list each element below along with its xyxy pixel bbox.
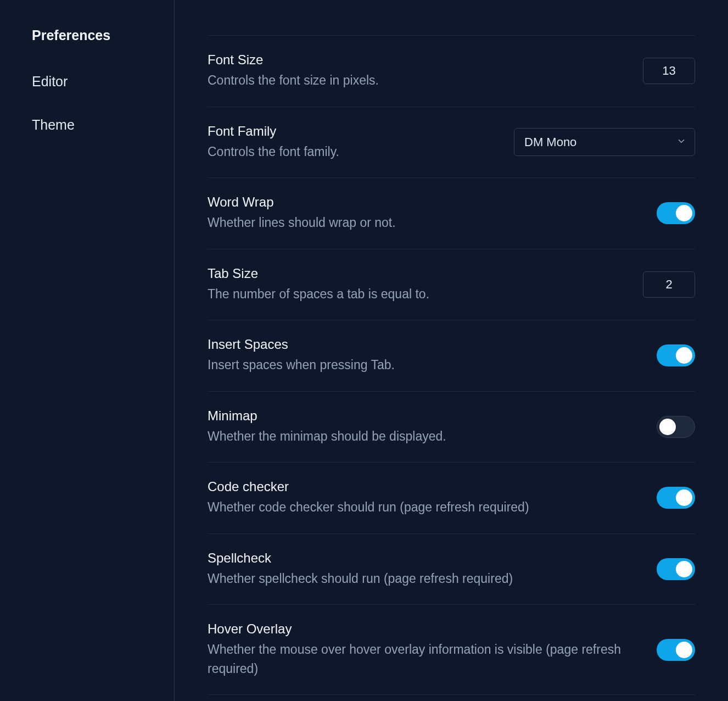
minimap-toggle[interactable]	[657, 416, 695, 438]
setting-label-group: Font Family Controls the font family.	[208, 124, 492, 162]
setting-title: Font Size	[208, 52, 621, 68]
setting-desc: Controls the font family.	[208, 142, 492, 162]
setting-label-group: Hover Overlay Whether the mouse over hov…	[208, 621, 635, 678]
setting-title: Insert Spaces	[208, 337, 635, 352]
toggle-knob	[676, 489, 692, 506]
setting-code-checker: Code checker Whether code checker should…	[208, 463, 695, 534]
setting-desc: Whether lines should wrap or not.	[208, 213, 635, 232]
setting-desc: Controls the font size in pixels.	[208, 71, 621, 90]
word-wrap-toggle[interactable]	[657, 202, 695, 224]
sidebar-heading-preferences: Preferences	[32, 27, 142, 60]
setting-label-group: Insert Spaces Insert spaces when pressin…	[208, 337, 635, 375]
sidebar-item-editor[interactable]: Editor	[32, 60, 142, 103]
setting-hover-overlay: Hover Overlay Whether the mouse over hov…	[208, 605, 695, 695]
setting-desc: Insert spaces when pressing Tab.	[208, 355, 635, 375]
hover-overlay-toggle[interactable]	[657, 639, 695, 661]
setting-label-group: Minimap Whether the minimap should be di…	[208, 408, 635, 446]
setting-title: Minimap	[208, 408, 635, 424]
setting-label-group: Word Wrap Whether lines should wrap or n…	[208, 194, 635, 232]
tab-size-input[interactable]	[643, 271, 695, 298]
setting-label-group: Spellcheck Whether spellcheck should run…	[208, 550, 635, 588]
setting-title: Code checker	[208, 479, 635, 494]
setting-minimap: Minimap Whether the minimap should be di…	[208, 392, 695, 463]
settings-main: Font Size Controls the font size in pixe…	[175, 0, 728, 701]
setting-tab-size: Tab Size The number of spaces a tab is e…	[208, 249, 695, 321]
setting-word-wrap: Word Wrap Whether lines should wrap or n…	[208, 178, 695, 249]
font-size-input[interactable]	[643, 58, 695, 84]
sidebar-item-theme[interactable]: Theme	[32, 103, 142, 147]
insert-spaces-toggle[interactable]	[657, 344, 695, 366]
setting-desc: Whether the minimap should be displayed.	[208, 427, 635, 446]
setting-font-size: Font Size Controls the font size in pixe…	[208, 35, 695, 107]
setting-font-family: Font Family Controls the font family. DM…	[208, 107, 695, 179]
setting-title: Word Wrap	[208, 194, 635, 210]
setting-label-group: Font Size Controls the font size in pixe…	[208, 52, 621, 90]
setting-spellcheck: Spellcheck Whether spellcheck should run…	[208, 534, 695, 605]
setting-label-group: Code checker Whether code checker should…	[208, 479, 635, 517]
setting-label-group: Tab Size The number of spaces a tab is e…	[208, 266, 621, 304]
toggle-knob	[676, 642, 692, 658]
spellcheck-toggle[interactable]	[657, 558, 695, 580]
toggle-knob	[659, 419, 676, 435]
setting-title: Hover Overlay	[208, 621, 635, 637]
preferences-sidebar: Preferences Editor Theme	[0, 0, 175, 701]
toggle-knob	[676, 205, 692, 221]
setting-title: Tab Size	[208, 266, 621, 281]
setting-title: Spellcheck	[208, 550, 635, 566]
toggle-knob	[676, 561, 692, 577]
font-family-select[interactable]: DM Mono	[514, 128, 695, 156]
setting-title: Font Family	[208, 124, 492, 139]
code-checker-toggle[interactable]	[657, 487, 695, 509]
setting-desc: The number of spaces a tab is equal to.	[208, 285, 621, 304]
setting-desc: Whether code checker should run (page re…	[208, 498, 635, 517]
setting-desc: Whether the mouse over hover overlay inf…	[208, 640, 635, 678]
font-family-select-wrapper: DM Mono	[514, 128, 695, 156]
setting-insert-spaces: Insert Spaces Insert spaces when pressin…	[208, 320, 695, 392]
toggle-knob	[676, 347, 692, 364]
setting-desc: Whether spellcheck should run (page refr…	[208, 569, 635, 588]
